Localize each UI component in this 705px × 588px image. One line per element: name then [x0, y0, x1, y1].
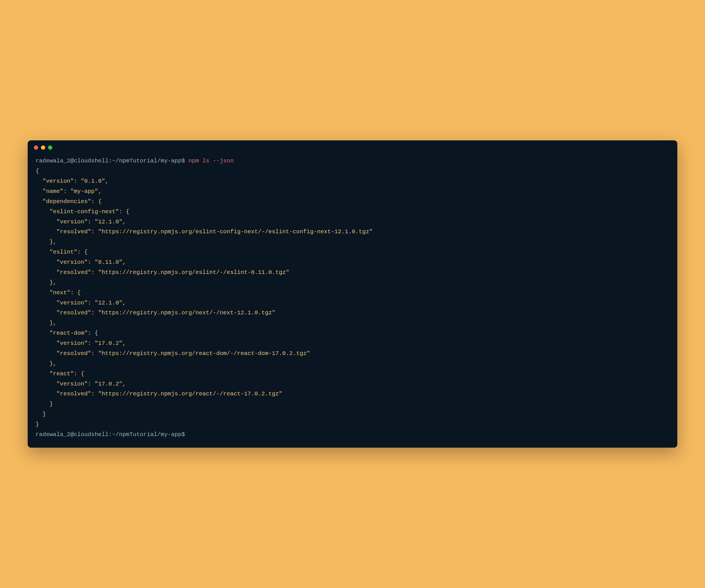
- json-output-line: },: [36, 318, 669, 328]
- json-output-line: "version": "0.1.0",: [36, 176, 669, 186]
- prompt-text: radewala_2@cloudshell:~/npmTutorial/my-a…: [36, 158, 188, 164]
- json-output-line: "react": {: [36, 369, 669, 379]
- prompt-text: radewala_2@cloudshell:~/npmTutorial/my-a…: [36, 431, 188, 438]
- maximize-icon[interactable]: [48, 145, 52, 150]
- json-output-line: "name": "my-app",: [36, 186, 669, 197]
- json-output-line: "version": "17.0.2",: [36, 338, 669, 348]
- json-output-line: "next": {: [36, 288, 669, 298]
- prompt-line-2: radewala_2@cloudshell:~/npmTutorial/my-a…: [36, 430, 669, 440]
- json-output-line: {: [36, 166, 669, 176]
- json-output-line: "version": "12.1.0",: [36, 298, 669, 308]
- minimize-icon[interactable]: [41, 145, 45, 150]
- json-output-line: "eslint-config-next": {: [36, 207, 669, 217]
- json-output-line: "resolved": "https://registry.npmjs.org/…: [36, 227, 669, 237]
- json-output-line: "react-dom": {: [36, 328, 669, 338]
- json-output-line: "eslint": {: [36, 247, 669, 257]
- json-output-line: "version": "8.11.0",: [36, 257, 669, 267]
- close-icon[interactable]: [34, 145, 38, 150]
- json-output-line: },: [36, 278, 669, 288]
- json-output-line: "resolved": "https://registry.npmjs.org/…: [36, 389, 669, 399]
- prompt-line-1: radewala_2@cloudshell:~/npmTutorial/my-a…: [36, 156, 669, 166]
- json-output-line: }: [36, 399, 669, 409]
- json-output-line: "dependencies": {: [36, 197, 669, 207]
- json-output-line: }: [36, 420, 669, 430]
- terminal-window: radewala_2@cloudshell:~/npmTutorial/my-a…: [28, 140, 677, 448]
- command-text: npm ls --json: [188, 158, 234, 164]
- titlebar: [28, 140, 677, 152]
- json-output-line: },: [36, 237, 669, 247]
- terminal-body[interactable]: radewala_2@cloudshell:~/npmTutorial/my-a…: [28, 152, 677, 448]
- json-output-line: },: [36, 359, 669, 369]
- json-output-line: "version": "12.1.0",: [36, 217, 669, 227]
- json-output-line: "resolved": "https://registry.npmjs.org/…: [36, 267, 669, 278]
- json-output-line: "resolved": "https://registry.npmjs.org/…: [36, 308, 669, 318]
- json-output-line: }: [36, 409, 669, 420]
- json-output-line: "version": "17.0.2",: [36, 379, 669, 389]
- json-output-line: "resolved": "https://registry.npmjs.org/…: [36, 348, 669, 359]
